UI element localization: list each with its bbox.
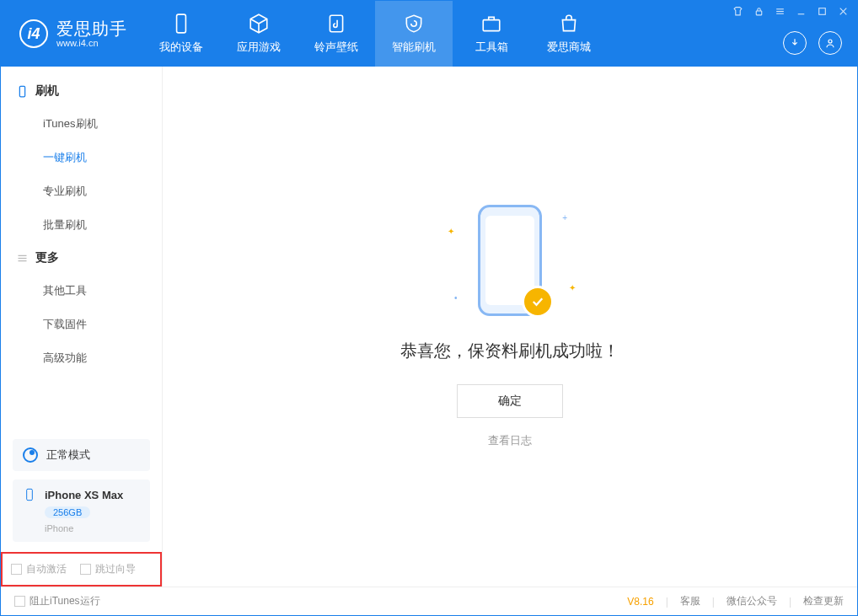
nav-ring-wall[interactable]: 铃声壁纸 (298, 1, 375, 67)
refresh-shield-icon (403, 13, 425, 35)
checkbox-icon (14, 596, 25, 607)
nav-label: 爱思商城 (547, 40, 591, 55)
block-itunes-option[interactable]: 阻止iTunes运行 (14, 594, 100, 608)
download-button[interactable] (783, 31, 807, 55)
separator: | (666, 596, 668, 608)
sidebar-item-onekey-flash[interactable]: 一键刷机 (1, 141, 162, 174)
option-label: 阻止iTunes运行 (29, 594, 100, 608)
device-name: iPhone XS Max (45, 489, 123, 501)
svg-rect-12 (19, 86, 24, 97)
option-label: 自动激活 (26, 562, 67, 576)
sidebar-item-pro-flash[interactable]: 专业刷机 (1, 174, 162, 208)
mode-label: 正常模式 (46, 447, 90, 463)
success-message: 恭喜您，保资料刷机成功啦！ (400, 340, 619, 362)
separator: | (712, 596, 715, 608)
sidebar-item-itunes-flash[interactable]: iTunes刷机 (1, 107, 162, 141)
sidebar-item-batch-flash[interactable]: 批量刷机 (1, 208, 162, 242)
brand-url: www.i4.cn (56, 38, 127, 48)
device-area: 正常模式 iPhone XS Max 256GB iPhone (1, 431, 162, 542)
support-link[interactable]: 客服 (680, 594, 700, 608)
sparkle-icon: + (562, 213, 567, 222)
top-nav: 我的设备 应用游戏 铃声壁纸 智能刷机 工具箱 爱思商城 (142, 1, 608, 67)
svg-rect-0 (177, 14, 186, 33)
body: 刷机 iTunes刷机 一键刷机 专业刷机 批量刷机 更多 其他工具 下载固件 … (1, 67, 857, 587)
wechat-link[interactable]: 微信公众号 (727, 594, 777, 608)
shopping-bag-icon (558, 13, 580, 35)
svg-point-11 (829, 40, 832, 43)
options-highlight-box: 自动激活 跳过向导 (1, 552, 162, 587)
titlebar: i4 爱思助手 www.i4.cn 我的设备 应用游戏 铃声壁纸 智能刷机 (1, 1, 857, 67)
close-icon[interactable] (838, 6, 849, 19)
sidebar-item-download-firmware[interactable]: 下载固件 (1, 308, 162, 341)
svg-rect-1 (330, 15, 342, 32)
checkbox-icon (11, 564, 22, 575)
sidebar-item-other-tools[interactable]: 其他工具 (1, 274, 162, 308)
check-badge-icon (522, 286, 554, 318)
device-storage-badge: 256GB (45, 506, 90, 518)
lock-icon[interactable] (753, 6, 764, 19)
footer-right: V8.16 | 客服 | 微信公众号 | 检查更新 (627, 594, 844, 608)
check-update-link[interactable]: 检查更新 (803, 594, 844, 608)
brand-name: 爱思助手 (56, 19, 127, 38)
version-label: V8.16 (627, 596, 653, 608)
footer-left: 阻止iTunes运行 (14, 594, 100, 608)
music-file-icon (325, 13, 347, 35)
device-phone-icon (23, 488, 36, 501)
sparkle-icon: ✦ (569, 283, 576, 292)
brand-logo-icon: i4 (19, 19, 48, 48)
window-controls-top (732, 6, 849, 19)
mode-status-card[interactable]: 正常模式 (13, 439, 150, 471)
footer: 阻止iTunes运行 V8.16 | 客服 | 微信公众号 | 检查更新 (1, 587, 857, 615)
skip-wizard-option[interactable]: 跳过向导 (80, 562, 136, 576)
sparkle-icon: ✦ (448, 227, 454, 236)
nav-toolbox[interactable]: 工具箱 (453, 1, 530, 67)
app-window: i4 爱思助手 www.i4.cn 我的设备 应用游戏 铃声壁纸 智能刷机 (0, 0, 858, 616)
svg-rect-2 (483, 20, 500, 31)
main-content: ✦ + ✦ • 恭喜您，保资料刷机成功啦！ 确定 查看日志 (163, 67, 857, 587)
brand: i4 爱思助手 www.i4.cn (1, 1, 142, 67)
view-log-link[interactable]: 查看日志 (488, 433, 532, 448)
group-label: 更多 (35, 250, 59, 265)
device-card[interactable]: iPhone XS Max 256GB iPhone (13, 479, 150, 542)
sidebar-item-advanced[interactable]: 高级功能 (1, 341, 162, 375)
separator: | (789, 596, 791, 608)
mode-status-icon (23, 447, 38, 463)
cube-icon (248, 13, 270, 35)
sidebar-group-flash: 刷机 (1, 75, 162, 107)
sparkle-icon: • (454, 293, 458, 303)
nav-label: 铃声壁纸 (314, 40, 358, 55)
ok-button[interactable]: 确定 (457, 384, 563, 418)
nav-store[interactable]: 爱思商城 (530, 1, 608, 67)
user-button[interactable] (818, 31, 842, 55)
menu-icon[interactable] (775, 6, 786, 19)
svg-rect-3 (756, 11, 762, 15)
maximize-icon[interactable] (817, 6, 828, 19)
checkbox-icon (80, 564, 91, 575)
nav-app-games[interactable]: 应用游戏 (220, 1, 298, 67)
nav-label: 工具箱 (475, 40, 508, 55)
option-label: 跳过向导 (95, 562, 136, 576)
svg-rect-16 (27, 489, 33, 500)
sidebar-group-more: 更多 (1, 242, 162, 274)
briefcase-icon (480, 13, 502, 35)
svg-rect-8 (819, 8, 826, 15)
minimize-icon[interactable] (796, 6, 807, 19)
brand-text: 爱思助手 www.i4.cn (56, 19, 127, 48)
success-illustration: ✦ + ✦ • (426, 205, 594, 323)
phone-icon (170, 13, 192, 35)
nav-label: 我的设备 (159, 40, 203, 55)
nav-my-device[interactable]: 我的设备 (142, 1, 220, 67)
sidebar: 刷机 iTunes刷机 一键刷机 专业刷机 批量刷机 更多 其他工具 下载固件 … (1, 67, 163, 587)
device-type-label: iPhone (45, 523, 140, 533)
tshirt-icon[interactable] (732, 6, 743, 19)
header-action-buttons (783, 31, 842, 55)
group-label: 刷机 (35, 83, 59, 99)
auto-activate-option[interactable]: 自动激活 (11, 562, 67, 576)
nav-label: 应用游戏 (237, 40, 281, 55)
nav-smart-flash[interactable]: 智能刷机 (375, 1, 453, 67)
nav-label: 智能刷机 (392, 40, 436, 55)
